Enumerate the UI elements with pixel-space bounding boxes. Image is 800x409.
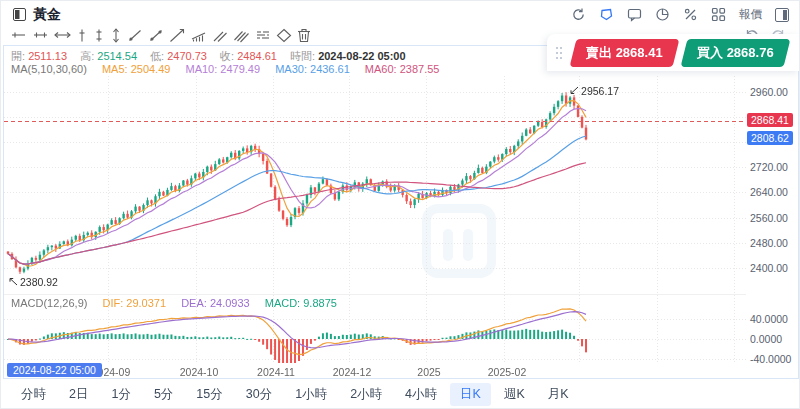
quote-label[interactable]: 報價 [739,7,762,22]
macd-value: 9.8875 [303,297,337,309]
trend-ray-icon[interactable] [127,28,143,43]
timeframe-button-30分[interactable]: 30分 [236,383,282,406]
symbol-title: 黃金 [33,6,61,24]
high-value: 2514.54 [97,50,137,62]
header: 黃金 報價 [1,1,799,25]
macd-label: MACD: [265,297,300,309]
trend-segment-icon[interactable] [148,28,164,43]
macd-indicator-bar: MACD(12,26,9) DIF: 29.0371 DEA: 24.0933 … [11,297,337,309]
ma-title: MA(5,10,30,60) [11,63,87,75]
ma-indicator-bar: MA(5,10,30,60) MA5: 2504.49 MA10: 2479.4… [11,63,439,75]
dea-value: 24.0933 [210,297,250,309]
ma5-value: 2504.49 [131,63,171,75]
timeframe-button-4小時[interactable]: 4小時 [395,383,447,406]
close-value: 2484.61 [237,50,277,62]
ma30-value: 2436.61 [310,63,350,75]
low-value: 2470.73 [167,50,207,62]
time-value: 2024-08-22 05:00 [318,50,405,62]
sell-button[interactable]: 賣出 2868.41 [569,39,679,67]
sell-price-badge: 2868.41 [747,113,793,127]
crosshair-date-badge: 2024-08-22 05:00 [7,363,102,377]
dif-value: 29.0371 [126,297,166,309]
timeframe-button-月K[interactable]: 月K [538,383,579,406]
date-tick-label: 2024-12 [324,366,380,378]
parallel-lines-icon[interactable] [212,28,228,43]
symbol-panel-icon[interactable] [13,8,26,21]
timeframe-button-分時[interactable]: 分時 [11,383,56,406]
timeframe-bar: 分時2日1分5分15分30分1小時2小時4小時日K週K月K [3,381,799,408]
vertical-ray-icon[interactable] [76,28,88,43]
date-tick-label: 2024-11 [248,366,304,378]
timeframe-button-日K[interactable]: 日K [450,383,491,406]
price-axis-label: 2560.00 [750,212,788,224]
price-axis-label: 2640.00 [750,186,788,198]
low-label: 低: [150,50,164,62]
buy-button[interactable]: 買入 2868.76 [681,39,791,67]
pattern-icon[interactable] [255,28,271,42]
horizontal-extended-icon[interactable] [54,28,71,42]
open-value: 2511.13 [28,50,67,62]
trend-extended-icon[interactable] [169,28,185,43]
drag-handle-icon[interactable] [555,46,562,60]
price-axis-label: 2720.00 [750,161,788,173]
ma30-label: MA30: [275,63,307,75]
trade-panel: 賣出 2868.41 買入 2868.76 [547,34,799,71]
time-label: 時間: [290,50,315,62]
ma10-label: MA10: [185,63,217,75]
ma60-label: MA60: [365,63,397,75]
chart-canvas[interactable] [4,76,746,366]
sell-button-price: 2868.41 [615,45,662,60]
price-channel-icon[interactable] [190,28,207,43]
vertical-segment-icon[interactable] [93,28,105,43]
horizontal-segment-icon[interactable] [32,28,49,42]
macd-axis-label: 0.0000 [750,333,782,345]
panel-toggle-icon[interactable] [775,8,789,22]
low-annotation: 2380.92 [8,276,58,288]
close-label: 收: [220,50,234,62]
timeframe-button-5分[interactable]: 5分 [144,383,183,406]
pie-chart-icon[interactable] [655,7,670,22]
timeframe-button-週K[interactable]: 週K [494,383,535,406]
ma60-value: 2387.55 [400,63,440,75]
chart-panel: 開: 2511.13 高: 2514.54 低: 2470.73 收: 2484… [3,45,799,379]
timeframe-button-1分[interactable]: 1分 [101,383,140,406]
high-label: 高: [80,50,94,62]
ohlc-info-bar: 開: 2511.13 高: 2514.54 低: 2470.73 收: 2484… [11,49,406,64]
timeframe-button-1小時[interactable]: 1小時 [285,383,337,406]
price-axis-label: 2400.00 [750,262,788,274]
timeframe-button-2日[interactable]: 2日 [59,383,98,406]
date-axis: 2024-08-22 05:00 2024-092024-102024-1120… [4,363,798,379]
refresh-icon[interactable] [571,7,586,22]
macd-title: MACD(12,26,9) [11,297,87,309]
sell-button-label: 賣出 [586,45,612,60]
horizontal-ray-icon[interactable] [10,28,27,42]
open-label: 開: [11,50,25,62]
delete-icon[interactable] [297,28,311,43]
trading-chart-widget: 黃金 報價 [0,0,800,409]
dea-label: DEA: [181,297,207,309]
ma5-label: MA5: [102,63,128,75]
multi-parallel-lines-icon[interactable] [233,28,250,43]
timeframe-button-15分[interactable]: 15分 [186,383,232,406]
high-annotation: 2956.17 [569,85,619,97]
buy-button-price: 2868.76 [727,45,774,60]
ma10-value: 2479.49 [220,63,260,75]
timeframe-button-2小時[interactable]: 2小時 [340,383,392,406]
vertical-extended-icon[interactable] [110,28,122,43]
eraser-icon[interactable] [276,28,292,43]
dif-label: DIF: [102,297,123,309]
chat-icon[interactable] [627,7,642,22]
last-price-badge: 2808.62 [747,131,793,145]
date-tick-label: 2025 [401,366,457,378]
buy-button-label: 買入 [697,45,723,60]
date-tick-label: 2024-10 [171,366,227,378]
draw-polygon-icon[interactable] [599,7,614,22]
macd-axis-label: 40.0000 [750,313,788,325]
grid-layout-icon[interactable] [711,7,726,22]
date-tick-label: 2025-02 [479,366,535,378]
percent-icon[interactable] [683,7,698,22]
price-axis-label: 2960.00 [750,86,788,98]
price-axis-label: 2480.00 [750,237,788,249]
